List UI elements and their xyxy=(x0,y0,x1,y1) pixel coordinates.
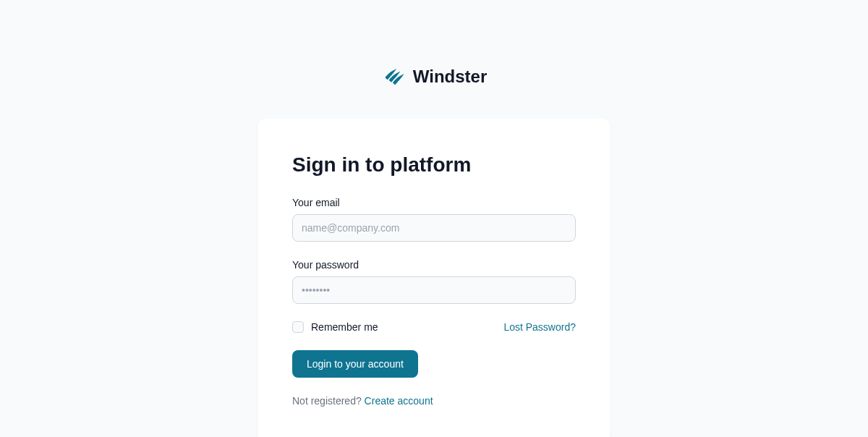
remember-checkbox[interactable] xyxy=(292,321,304,333)
remember-label: Remember me xyxy=(311,321,378,333)
signup-footer: Not registered? Create account xyxy=(292,395,576,407)
email-input[interactable] xyxy=(292,214,576,242)
card-title: Sign in to platform xyxy=(292,153,576,177)
signin-card: Sign in to platform Your email Your pass… xyxy=(258,119,610,437)
remember-wrap: Remember me xyxy=(292,321,378,333)
options-row: Remember me Lost Password? xyxy=(292,321,576,333)
signup-prefix: Not registered? xyxy=(292,395,365,407)
brand-logo[interactable]: Windster xyxy=(381,65,487,88)
email-field-group: Your email xyxy=(292,197,576,242)
create-account-link[interactable]: Create account xyxy=(365,395,433,407)
password-input[interactable] xyxy=(292,276,576,304)
password-label: Your password xyxy=(292,259,576,271)
login-button[interactable]: Login to your account xyxy=(292,350,418,378)
lost-password-link[interactable]: Lost Password? xyxy=(503,321,576,333)
windster-logo-icon xyxy=(381,65,404,88)
email-label: Your email xyxy=(292,197,576,208)
password-field-group: Your password xyxy=(292,259,576,304)
brand-name: Windster xyxy=(413,67,487,87)
